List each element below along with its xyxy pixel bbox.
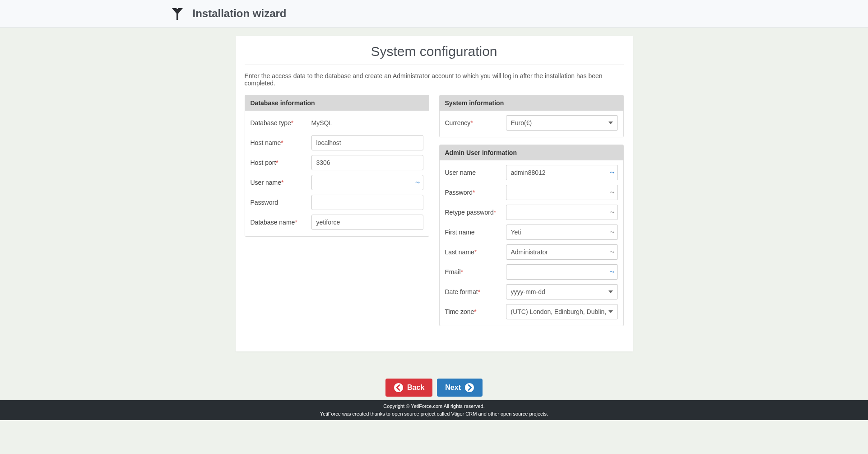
app-header: Installation wizard [0, 0, 868, 28]
admin-panel: Admin User Information User name ⤳ Passw… [439, 145, 624, 326]
button-bar: Back Next [0, 379, 868, 400]
db-port-input[interactable] [311, 155, 423, 170]
admin-password-label: Password* [445, 189, 506, 196]
system-panel: System information Currency* Euro(€) [439, 95, 624, 137]
footer-line-1: Copyright © YetiForce.com All rights res… [0, 403, 868, 410]
currency-label: Currency* [445, 119, 506, 126]
db-password-label: Password [251, 199, 311, 206]
svg-point-1 [465, 383, 474, 392]
next-button[interactable]: Next [437, 379, 483, 397]
admin-password-input[interactable] [506, 185, 618, 200]
system-panel-header: System information [440, 95, 623, 111]
db-host-label: Host name* [251, 139, 311, 146]
db-type-value: MySQL [311, 119, 423, 126]
admin-email-input[interactable] [506, 264, 618, 280]
admin-timezone-label: Time zone* [445, 308, 506, 315]
database-panel: Database information Database type* MySQ… [245, 95, 429, 237]
svg-point-0 [394, 383, 403, 392]
intro-text: Enter the access data to the database an… [245, 72, 624, 87]
left-column: Database information Database type* MySQ… [245, 95, 429, 333]
admin-lastname-label: Last name* [445, 248, 506, 256]
header-title: Installation wizard [193, 7, 287, 20]
db-password-input[interactable] [311, 195, 423, 210]
admin-firstname-input[interactable] [506, 225, 618, 240]
next-button-label: Next [445, 384, 461, 392]
db-name-input[interactable] [311, 215, 423, 230]
right-column: System information Currency* Euro(€) Adm… [439, 95, 624, 333]
logo-icon [170, 6, 185, 21]
page-title: System configuration [245, 44, 624, 65]
admin-firstname-label: First name [445, 229, 506, 236]
back-button[interactable]: Back [385, 379, 432, 397]
admin-dateformat-select[interactable]: yyyy-mm-dd [506, 284, 618, 300]
admin-username-input[interactable] [506, 165, 618, 180]
db-host-input[interactable] [311, 135, 423, 150]
footer-line-2: YetiForce was created thanks to open sou… [0, 410, 868, 418]
db-user-input[interactable] [311, 175, 423, 190]
admin-retype-label: Retype password* [445, 209, 506, 216]
db-user-label: User name* [251, 179, 311, 186]
db-type-label: Database type* [251, 119, 311, 126]
database-panel-header: Database information [245, 95, 429, 111]
footer: Copyright © YetiForce.com All rights res… [0, 400, 868, 420]
main-card: System configuration Enter the access da… [236, 36, 633, 351]
arrow-right-circle-icon [464, 383, 474, 393]
admin-panel-header: Admin User Information [440, 145, 623, 160]
db-name-label: Database name* [251, 219, 311, 226]
admin-timezone-select[interactable]: (UTC) London, Edinburgh, Dublin, Lisbon [506, 304, 618, 319]
arrow-left-circle-icon [394, 383, 404, 393]
admin-lastname-input[interactable] [506, 244, 618, 260]
admin-email-label: Email* [445, 268, 506, 276]
back-button-label: Back [407, 384, 424, 392]
admin-dateformat-label: Date format* [445, 288, 506, 295]
db-port-label: Host port* [251, 159, 311, 166]
admin-retype-input[interactable] [506, 205, 618, 220]
admin-username-label: User name [445, 169, 506, 176]
currency-select[interactable]: Euro(€) [506, 115, 618, 131]
